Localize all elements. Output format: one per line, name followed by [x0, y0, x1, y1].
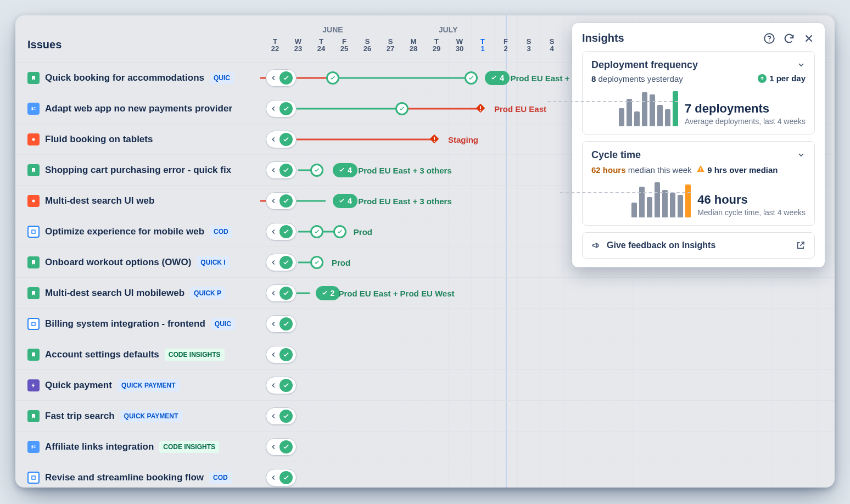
deployment-node[interactable] — [310, 256, 323, 269]
day-header: S3 — [517, 37, 540, 53]
issue-row[interactable]: Multi-dest search UI mobilewebQUICK P2Pr… — [15, 278, 835, 309]
issue-tag: QUIC — [210, 72, 234, 84]
deployment-node[interactable] — [310, 225, 323, 238]
deploy-caption: Average deployments, last 4 weeks — [685, 117, 806, 127]
svg-rect-4 — [480, 106, 481, 109]
svg-rect-12 — [32, 445, 33, 447]
deployment-node[interactable] — [326, 71, 339, 85]
svg-rect-0 — [32, 107, 33, 109]
timeline-segment — [296, 292, 310, 294]
bar — [670, 193, 675, 217]
issues-column-header: Issues — [27, 38, 61, 51]
issue-tag: COD — [209, 472, 232, 484]
chevron-left-icon — [270, 136, 277, 143]
issue-tag: QUICK I — [197, 256, 229, 268]
deployment-count-pill[interactable]: 4 — [333, 163, 357, 177]
issue-tag: CODE INSIGHTS — [159, 441, 219, 453]
bar — [634, 111, 640, 126]
deployment-node[interactable] — [395, 102, 409, 115]
issue-row[interactable]: Billing system integration - frontendQUI… — [15, 309, 835, 339]
svg-rect-2 — [33, 107, 36, 108]
deployment-frequency-card[interactable]: Deployment frequency 8 deployments yeste… — [582, 51, 815, 135]
commit-chip[interactable] — [266, 131, 297, 148]
issue-row[interactable]: Fast trip searchQUICK PAYMENT — [15, 401, 835, 432]
card-title: Cycle time — [591, 149, 806, 161]
chevron-left-icon — [270, 74, 277, 82]
alert-icon[interactable] — [474, 103, 486, 115]
commit-chip[interactable] — [266, 407, 297, 425]
chevron-left-icon — [270, 197, 277, 205]
commit-chip[interactable] — [266, 161, 297, 179]
deployment-count-pill[interactable]: 4 — [485, 71, 510, 85]
commit-chip[interactable] — [266, 315, 297, 333]
svg-rect-20 — [700, 170, 701, 171]
issue-title: Multi-dest search UI mobileweb — [45, 288, 184, 299]
day-header: T24 — [310, 37, 333, 53]
day-header: W30 — [448, 37, 471, 53]
check-icon — [279, 102, 293, 115]
chevron-left-icon — [270, 474, 277, 481]
issue-title: Billing system integration - frontend — [45, 318, 205, 329]
issue-type-icon — [27, 103, 40, 115]
deployment-node[interactable] — [333, 225, 346, 238]
deployment-count-pill[interactable]: 2 — [316, 286, 340, 300]
issue-type-icon — [27, 472, 40, 484]
issue-row[interactable]: Account settings defaultsCODE INSIGHTS — [15, 339, 835, 370]
svg-rect-5 — [480, 110, 481, 111]
bar — [627, 99, 632, 126]
issue-tag: QUICK PAYMENT — [120, 410, 182, 422]
bar — [647, 197, 652, 217]
chevron-left-icon — [270, 105, 277, 113]
commit-chip[interactable] — [266, 438, 297, 456]
commit-chip[interactable] — [266, 192, 297, 210]
bar — [685, 184, 691, 217]
commit-chip[interactable] — [266, 469, 297, 486]
commit-chip[interactable] — [266, 346, 297, 363]
chevron-left-icon — [270, 351, 277, 359]
issue-row[interactable]: Affiliate links integrationCODE INSIGHTS — [15, 432, 835, 462]
timeline-segment — [333, 77, 471, 79]
deployment-count-pill[interactable]: 4 — [333, 194, 357, 208]
card-title: Deployment frequency — [591, 59, 806, 71]
issue-row[interactable]: Revise and streamline booking flowCOD — [15, 462, 835, 488]
issue-row[interactable]: Quick paymentQUICK PAYMENT — [15, 370, 835, 401]
alert-icon[interactable] — [428, 133, 440, 145]
environment-label: Prod EU East + 3 others — [358, 165, 451, 175]
bar — [642, 92, 647, 126]
environment-label: Staging — [448, 135, 478, 144]
commit-chip[interactable] — [266, 254, 297, 271]
check-icon — [279, 471, 293, 484]
close-icon[interactable] — [803, 32, 815, 44]
commit-chip[interactable] — [266, 100, 297, 117]
commit-chip[interactable] — [266, 223, 297, 240]
timeline-segment — [287, 138, 432, 140]
svg-point-9 — [32, 199, 35, 202]
bar — [631, 203, 637, 217]
deployment-node[interactable] — [465, 71, 478, 85]
card-subtitle: 62 hours median this week 9 hrs over med… — [591, 164, 806, 175]
issue-type-icon — [27, 379, 40, 391]
check-icon — [279, 440, 293, 453]
day-header: T22 — [264, 37, 287, 53]
commit-chip[interactable] — [266, 284, 297, 302]
svg-rect-13 — [32, 447, 33, 449]
check-icon — [279, 317, 293, 331]
day-header: F25 — [333, 37, 356, 53]
issue-type-icon — [27, 164, 40, 176]
day-header: S27 — [379, 37, 402, 53]
cycle-bars — [631, 182, 691, 217]
deployment-node[interactable] — [310, 164, 323, 177]
refresh-icon[interactable] — [783, 32, 795, 44]
cycle-time-card[interactable]: Cycle time 62 hours median this week 9 h… — [582, 141, 815, 226]
issue-tag: QUICK PAYMENT — [118, 379, 180, 391]
environment-label: Prod EU East — [494, 104, 546, 113]
feedback-row[interactable]: Give feedback on Insights — [582, 232, 815, 259]
external-link-icon — [796, 240, 806, 250]
environment-label: Prod — [332, 257, 350, 267]
issue-timeline — [264, 462, 835, 488]
commit-chip[interactable] — [266, 69, 297, 87]
issue-title: Adapt web app no new payments provider — [45, 103, 232, 114]
help-icon[interactable] — [763, 32, 775, 44]
commit-chip[interactable] — [266, 377, 297, 394]
timeline-segment — [402, 108, 480, 109]
